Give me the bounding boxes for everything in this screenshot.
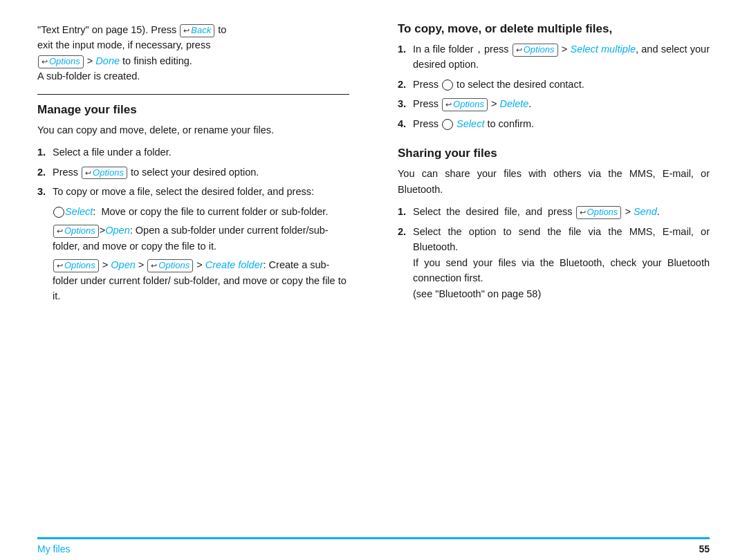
select-confirm-label: Select xyxy=(454,118,484,129)
copy-num-1: 1. xyxy=(398,41,413,57)
options-key-sub3: ↩Options xyxy=(53,259,99,272)
options-label-copy1: Options xyxy=(524,44,555,56)
sub-items: Select: Move or copy the file to current… xyxy=(37,204,349,304)
sharing-item-1: 1. Select the desired file, and press ↩O… xyxy=(398,204,710,219)
circle-select-icon xyxy=(53,207,64,218)
item-num-3: 3. xyxy=(37,184,53,199)
copy-content-2: Press to select the desired contact. xyxy=(413,77,710,92)
options-key-2: ↩Options xyxy=(82,167,127,180)
options-label-share1: Options xyxy=(587,207,618,218)
left-column: "Text Entry" on page 15). Press ↩Back to… xyxy=(37,22,363,537)
copy-num-2: 2. xyxy=(398,77,413,92)
options-key-copy3: ↩Options xyxy=(442,98,488,111)
sharing-item-2: 2. Select the option to send the file vi… xyxy=(398,224,710,301)
copy-num-3: 3. xyxy=(398,96,413,111)
item-content-2: Press ↩Options to select your desired op… xyxy=(53,165,349,180)
open-label-sub2: Open xyxy=(105,225,129,236)
back-label: Back xyxy=(191,25,211,37)
send-label: Send xyxy=(634,206,657,217)
options-label-intro: Options xyxy=(49,56,80,68)
options-label-sub3: Options xyxy=(64,260,95,272)
sharing-content-1: Select the desired file, and press ↩Opti… xyxy=(413,204,710,219)
content-area: "Text Entry" on page 15). Press ↩Back to… xyxy=(37,22,710,537)
sharing-content-2: Select the option to send the file via t… xyxy=(413,224,710,301)
select-label-1: Select xyxy=(65,206,93,217)
intro-line2: exit the input mode, if necessary, press xyxy=(37,39,210,50)
right-column: To copy, move, or delete multiple files,… xyxy=(391,22,710,537)
intro-line4: A sub-folder is created. xyxy=(37,71,140,82)
manage-item-2: 2. Press ↩Options to select your desired… xyxy=(37,165,349,180)
options-key-share1: ↩Options xyxy=(576,206,622,219)
back-key: ↩Back xyxy=(180,24,214,37)
bottom-page: 55 xyxy=(699,543,710,554)
manage-desc: You can copy and move, delete, or rename… xyxy=(37,122,349,138)
item-content-1: Select a file under a folder. xyxy=(53,144,349,160)
copy-title: To copy, move, or delete multiple files, xyxy=(398,22,710,36)
sharing-desc: You can share your files with others via… xyxy=(398,166,710,197)
done-label: Done xyxy=(95,55,120,66)
copy-section: To copy, move, or delete multiple files,… xyxy=(398,22,710,131)
copy-content-4: Press Select to confirm. xyxy=(413,116,710,131)
options-key-intro: ↩Options xyxy=(38,55,84,68)
sharing-list: 1. Select the desired file, and press ↩O… xyxy=(398,204,710,301)
intro-line1: "Text Entry" on page 15). Press xyxy=(37,24,176,35)
sharing-title: Sharing your files xyxy=(398,147,710,160)
options-label-sub2: Options xyxy=(64,225,95,237)
sharing-num-1: 1. xyxy=(398,204,413,219)
intro-text: "Text Entry" on page 15). Press ↩Back to… xyxy=(37,22,349,84)
circle-icon-copy4 xyxy=(442,119,453,130)
copy-item-4: 4. Press Select to confirm. xyxy=(398,116,710,131)
bottom-label: My files xyxy=(37,543,70,554)
page-container: "Text Entry" on page 15). Press ↩Back to… xyxy=(0,0,747,560)
manage-title: Manage your files xyxy=(37,103,349,117)
options-key-copy1: ↩Options xyxy=(513,44,558,57)
sharing-num-2: 2. xyxy=(398,224,413,239)
sharing-section: Sharing your files You can share your fi… xyxy=(398,147,710,301)
options-label-copy3: Options xyxy=(453,99,484,111)
sub-item-1: Select: Move or copy the file to current… xyxy=(53,204,349,219)
section-divider xyxy=(37,94,349,95)
copy-item-2: 2. Press to select the desired contact. xyxy=(398,77,710,92)
options-key-sub2: ↩Options xyxy=(53,225,99,238)
options-key-sub3b: ↩Options xyxy=(147,259,193,272)
copy-num-4: 4. xyxy=(398,116,413,131)
intro-line3: to finish editing. xyxy=(122,55,192,66)
item-content-3: To copy or move a file, select the desir… xyxy=(53,184,349,199)
item-num-2: 2. xyxy=(37,165,53,180)
open-label-sub3: Open xyxy=(111,259,135,270)
sub-item-3: ↩Options > Open > ↩Options > Create fold… xyxy=(53,257,349,304)
delete-label: Delete xyxy=(499,98,528,109)
bottom-bar: My files 55 xyxy=(37,537,710,560)
options-label-sub3b: Options xyxy=(158,260,190,272)
copy-item-1: 1. In a file folder，press ↩Options > Sel… xyxy=(398,41,710,73)
manage-item-1: 1. Select a file under a folder. xyxy=(37,144,349,160)
copy-item-3: 3. Press ↩Options > Delete. xyxy=(398,96,710,111)
select-multi-label: Select multiple xyxy=(571,44,636,55)
sub-item-2: ↩Options>Open: Open a sub-folder under c… xyxy=(53,223,349,254)
manage-list: 1. Select a file under a folder. 2. Pres… xyxy=(37,144,349,199)
copy-content-3: Press ↩Options > Delete. xyxy=(413,96,710,111)
copy-content-1: In a file folder，press ↩Options > Select… xyxy=(413,41,710,73)
create-label-sub3: Create folder xyxy=(205,259,264,270)
manage-section: Manage your files You can copy and move,… xyxy=(37,103,349,304)
copy-list: 1. In a file folder，press ↩Options > Sel… xyxy=(398,41,710,131)
circle-icon-copy2 xyxy=(442,80,453,91)
item-num-1: 1. xyxy=(37,144,53,160)
options-label-2: Options xyxy=(93,167,124,179)
manage-item-3: 3. To copy or move a file, select the de… xyxy=(37,184,349,199)
